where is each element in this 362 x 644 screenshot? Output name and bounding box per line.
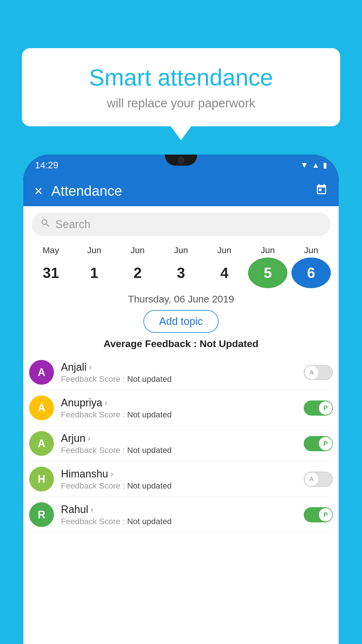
student-feedback-3: Feedback Score : Not updated — [61, 481, 297, 491]
month-1: Jun — [75, 245, 114, 255]
avg-feedback-value: Not Updated — [200, 338, 259, 349]
student-avatar-0: A — [29, 360, 54, 385]
attendance-toggle-2[interactable]: P — [304, 436, 333, 451]
student-avatar-1: A — [29, 396, 54, 420]
chevron-right-icon: › — [110, 469, 113, 479]
student-info-4: Rahul › Feedback Score : Not updated — [61, 503, 297, 526]
add-topic-container: Add topic — [23, 310, 339, 333]
student-info-0: Anjali › Feedback Score : Not updated — [61, 361, 297, 384]
calendar-months: May Jun Jun Jun Jun Jun Jun — [29, 245, 333, 255]
status-time: 14:29 — [35, 160, 58, 171]
student-avatar-2: A — [29, 431, 54, 456]
toggle-knob-4: P — [319, 508, 332, 522]
student-feedback-1: Feedback Score : Not updated — [61, 410, 297, 419]
date-label: Thursday, 06 June 2019 — [23, 293, 339, 305]
day-2[interactable]: 2 — [118, 258, 157, 288]
avg-feedback-prefix: Average Feedback : — [103, 338, 199, 349]
student-name-1: Anupriya › — [61, 397, 297, 409]
student-avatar-4: R — [29, 502, 54, 527]
student-item[interactable]: H Himanshu › Feedback Score : Not update… — [29, 461, 333, 497]
calendar-days: 31 1 2 3 4 5 6 — [29, 258, 333, 288]
day-31[interactable]: 31 — [31, 258, 71, 288]
student-name-4: Rahul › — [61, 503, 297, 516]
attendance-toggle-0[interactable]: A — [304, 365, 333, 380]
toggle-knob-2: P — [319, 437, 332, 450]
month-4: Jun — [205, 245, 244, 255]
student-list: A Anjali › Feedback Score : Not updated … — [23, 355, 339, 533]
wifi-icon: ▼ — [301, 160, 309, 170]
app-content: Search May Jun Jun Jun Jun Jun Jun 31 1 … — [23, 206, 339, 644]
status-bar: 14:29 ▼ ▲ ▮ — [23, 155, 339, 176]
month-6: Jun — [291, 245, 331, 255]
toggle-knob-0: A — [305, 366, 318, 379]
student-info-3: Himanshu › Feedback Score : Not updated — [61, 468, 297, 491]
search-placeholder[interactable]: Search — [55, 218, 90, 231]
month-0: May — [31, 245, 71, 255]
month-3: Jun — [161, 245, 201, 255]
day-1[interactable]: 1 — [75, 258, 114, 288]
day-6-selected[interactable]: 6 — [291, 258, 331, 288]
phone-inner: 14:29 ▼ ▲ ▮ × Attendance — [23, 155, 339, 644]
close-button[interactable]: × — [34, 183, 43, 199]
app-bar-title: Attendance — [51, 183, 307, 199]
student-feedback-0: Feedback Score : Not updated — [61, 374, 297, 384]
search-bar[interactable]: Search — [31, 213, 331, 236]
app-bar: × Attendance — [23, 176, 339, 206]
chevron-right-icon: › — [88, 434, 90, 443]
student-feedback-4: Feedback Score : Not updated — [61, 517, 297, 526]
attendance-toggle-3[interactable]: A — [304, 472, 333, 487]
search-icon — [40, 218, 51, 231]
chevron-right-icon: › — [89, 363, 92, 372]
chevron-right-icon: › — [105, 398, 107, 407]
avg-feedback: Average Feedback : Not Updated — [23, 338, 339, 349]
student-item[interactable]: R Rahul › Feedback Score : Not updated P — [29, 497, 333, 533]
student-info-1: Anupriya › Feedback Score : Not updated — [61, 397, 297, 419]
attendance-toggle-4[interactable]: P — [304, 507, 333, 522]
attendance-toggle-1[interactable]: P — [304, 400, 333, 416]
signal-icon: ▲ — [312, 161, 319, 170]
student-item[interactable]: A Anjali › Feedback Score : Not updated … — [29, 355, 333, 390]
speech-bubble: Smart attendance will replace your paper… — [22, 48, 340, 126]
student-name-2: Arjun › — [61, 432, 297, 444]
student-avatar-3: H — [29, 467, 54, 491]
day-3[interactable]: 3 — [161, 258, 201, 288]
student-name-3: Himanshu › — [61, 468, 297, 480]
student-feedback-2: Feedback Score : Not updated — [61, 446, 297, 455]
month-2: Jun — [118, 245, 157, 255]
day-4[interactable]: 4 — [205, 258, 244, 288]
day-5-today[interactable]: 5 — [248, 258, 287, 288]
add-topic-button[interactable]: Add topic — [143, 310, 219, 333]
speech-bubble-subtitle: will replace your paperwork — [39, 96, 323, 110]
calendar-icon[interactable] — [315, 183, 328, 199]
chevron-right-icon: › — [91, 505, 93, 514]
toggle-knob-1: P — [319, 401, 332, 415]
month-5: Jun — [248, 245, 287, 255]
battery-icon: ▮ — [323, 161, 327, 170]
toggle-knob-3: A — [305, 473, 318, 486]
speech-bubble-title: Smart attendance — [39, 64, 323, 91]
status-icons: ▼ ▲ ▮ — [301, 160, 327, 170]
camera-dot — [178, 157, 184, 164]
student-item[interactable]: A Arjun › Feedback Score : Not updated P — [29, 426, 333, 461]
student-name-0: Anjali › — [61, 361, 297, 373]
phone-notch — [165, 155, 197, 166]
student-item[interactable]: A Anupriya › Feedback Score : Not update… — [29, 390, 333, 426]
calendar-strip: May Jun Jun Jun Jun Jun Jun 31 1 2 3 4 5… — [23, 242, 339, 288]
phone-frame: 14:29 ▼ ▲ ▮ × Attendance — [23, 155, 339, 644]
student-info-2: Arjun › Feedback Score : Not updated — [61, 432, 297, 455]
